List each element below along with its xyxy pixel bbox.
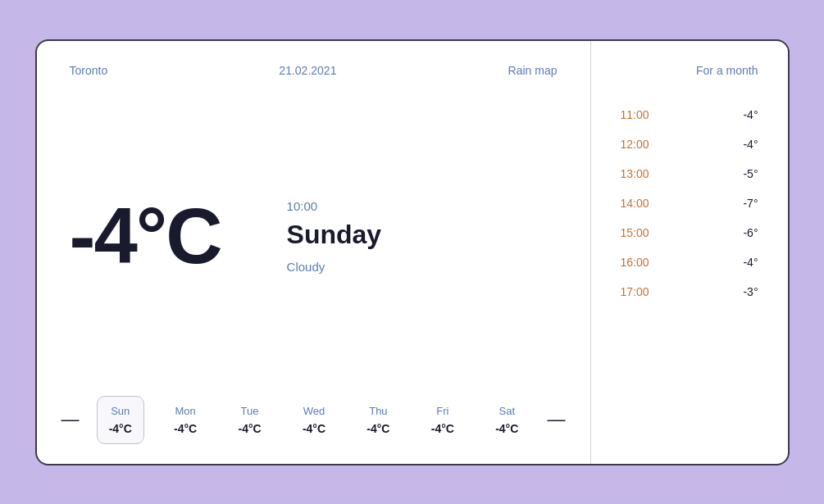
hourly-item: 16:00-4° <box>608 247 772 277</box>
next-arrow[interactable]: — <box>539 409 574 430</box>
hourly-item: 14:00-7° <box>608 188 772 218</box>
hourly-time: 12:00 <box>621 138 666 151</box>
left-panel: Toronto 21.02.2021 Rain map -4°C 10:00 S… <box>37 41 591 464</box>
bottom-forecast: — Sun-4°CMon-4°CTue-4°CWed-4°CThu-4°CFri… <box>37 396 590 464</box>
top-nav: Toronto 21.02.2021 Rain map <box>37 41 590 77</box>
right-panel: For a month 11:00-4°12:00-4°13:00-5°14:0… <box>591 41 788 464</box>
city-label[interactable]: Toronto <box>70 64 108 77</box>
hourly-item: 11:00-4° <box>608 100 772 129</box>
forecast-day-name: Tue <box>241 405 259 417</box>
hourly-time: 14:00 <box>621 197 666 210</box>
forecast-days: Sun-4°CMon-4°CTue-4°CWed-4°CThu-4°CFri-4… <box>88 396 539 444</box>
for-a-month-link[interactable]: For a month <box>591 64 788 77</box>
hourly-time: 15:00 <box>621 226 666 239</box>
forecast-day-name: Fri <box>436 405 448 417</box>
forecast-day-temp: -4°C <box>431 422 454 435</box>
forecast-day[interactable]: Wed-4°C <box>291 397 337 443</box>
hourly-time: 16:00 <box>621 256 666 269</box>
prev-arrow[interactable]: — <box>53 409 88 430</box>
hourly-temp: -4° <box>743 256 758 269</box>
forecast-day[interactable]: Sat-4°C <box>484 397 530 443</box>
time-weather: 10:00 Sunday Cloudy <box>287 199 382 274</box>
weather-card: Toronto 21.02.2021 Rain map -4°C 10:00 S… <box>35 39 790 465</box>
hourly-temp: -4° <box>743 108 758 121</box>
hourly-temp: -7° <box>743 197 758 210</box>
forecast-day-temp: -4°C <box>174 422 197 435</box>
forecast-day-name: Sat <box>498 405 515 417</box>
hourly-item: 12:00-4° <box>608 129 772 159</box>
forecast-day-temp: -4°C <box>238 422 261 435</box>
hourly-time: 17:00 <box>621 285 666 298</box>
forecast-day-name: Wed <box>303 405 326 417</box>
hourly-item: 13:00-5° <box>608 159 772 188</box>
forecast-day-name: Sun <box>111 405 130 417</box>
hourly-item: 17:00-3° <box>608 277 772 306</box>
temperature-display: -4°C <box>70 197 221 275</box>
hourly-temp: -6° <box>743 226 758 239</box>
forecast-day[interactable]: Mon-4°C <box>162 397 208 443</box>
hourly-temp: -3° <box>743 285 758 298</box>
main-area: -4°C 10:00 Sunday Cloudy <box>37 77 590 396</box>
hourly-item: 15:00-6° <box>608 218 772 247</box>
forecast-day-temp: -4°C <box>109 422 132 435</box>
forecast-day-temp: -4°C <box>495 422 518 435</box>
hourly-time: 11:00 <box>621 108 666 121</box>
forecast-day-name: Mon <box>175 405 195 417</box>
hourly-time: 13:00 <box>621 167 666 180</box>
current-time: 10:00 <box>287 199 382 213</box>
forecast-day[interactable]: Tue-4°C <box>226 397 272 443</box>
date-label: 21.02.2021 <box>279 64 336 77</box>
forecast-day-temp: -4°C <box>303 422 326 435</box>
forecast-day[interactable]: Fri-4°C <box>420 397 466 443</box>
hourly-list: 11:00-4°12:00-4°13:00-5°14:00-7°15:00-6°… <box>591 100 788 306</box>
forecast-day-name: Thu <box>369 405 387 417</box>
current-day: Sunday <box>287 220 382 250</box>
forecast-day[interactable]: Thu-4°C <box>355 397 401 443</box>
weather-condition: Cloudy <box>287 260 382 274</box>
forecast-day[interactable]: Sun-4°C <box>97 396 144 444</box>
hourly-temp: -5° <box>743 167 758 180</box>
rain-map-link[interactable]: Rain map <box>508 64 558 77</box>
forecast-day-temp: -4°C <box>366 422 389 435</box>
hourly-temp: -4° <box>743 138 758 151</box>
